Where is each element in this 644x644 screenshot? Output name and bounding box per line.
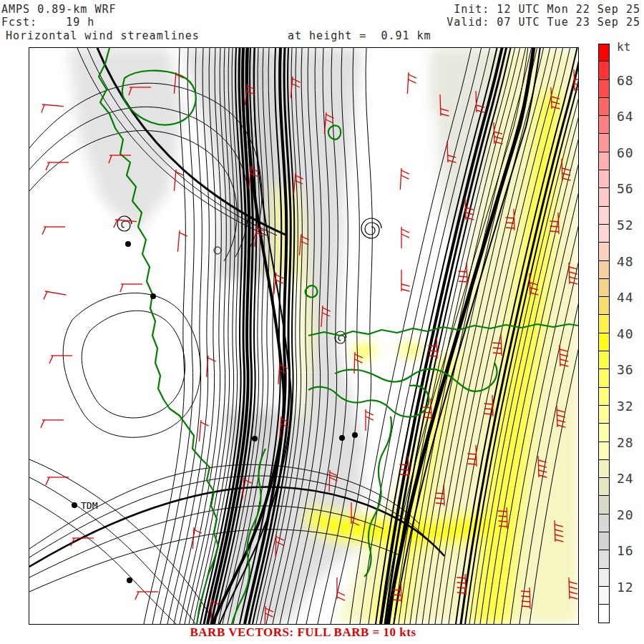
colorbar-tick-label: 44 (617, 290, 634, 305)
colorbar-tick-label: 28 (617, 435, 634, 450)
colorbar-cell (598, 532, 610, 550)
colorbar-unit-label: kt (617, 40, 630, 54)
colorbar-tick-label: 40 (617, 326, 634, 341)
colorbar-cell (598, 333, 610, 351)
colorbar-cell (598, 261, 610, 279)
colorbar-tick-label: 60 (617, 145, 634, 160)
colorbar-cell (598, 424, 610, 441)
colorbar-cell (598, 514, 610, 532)
colorbar-tick-label: 56 (617, 181, 634, 196)
colorbar-cell (598, 406, 610, 424)
colorbar-tick-label: 64 (617, 109, 634, 124)
colorbar-tick-label: 36 (617, 362, 634, 377)
colorbar-cell (598, 98, 610, 116)
valid-time: Valid: 07 UTC Tue 23 Sep 25 (447, 16, 640, 29)
colorbar-cell (598, 369, 610, 387)
forecast-hour: Fcst: 19 h (1, 16, 94, 29)
colorbar-cell (598, 388, 610, 406)
weather-chart-page: { "header": { "model": "AMPS 0.89-km WRF… (0, 0, 644, 644)
colorbar-cell (598, 478, 610, 496)
init-time: Init: 12 UTC Mon 22 Sep 25 (454, 3, 640, 16)
colorbar-tick-label: 32 (617, 399, 634, 414)
colorbar-cell (598, 225, 610, 243)
map-canvas: TDM (29, 47, 579, 625)
station-label: TDM (81, 500, 98, 511)
colorbar-tick-label: 48 (617, 254, 634, 269)
colorbar-cell (598, 279, 610, 297)
wind-speed-shading (69, 48, 578, 624)
colorbar-cell (598, 152, 610, 170)
colorbar-cell (598, 297, 610, 315)
colorbar-cell (598, 460, 610, 478)
colorbar (598, 44, 610, 623)
colorbar-cell (598, 170, 610, 188)
barb-legend-caption: BARB VECTORS: FULL BARB = 10 kts (29, 625, 577, 640)
colorbar-cell (598, 243, 610, 260)
streamline-map: TDM (29, 48, 578, 624)
colorbar-cell (598, 496, 610, 514)
colorbar-tick-label: 68 (617, 73, 634, 88)
colorbar-cell (598, 569, 610, 587)
colorbar-cell (598, 62, 610, 79)
model-title: AMPS 0.89-km WRF (1, 3, 117, 16)
colorbar-cell (598, 80, 610, 98)
colorbar-cell (598, 587, 610, 605)
colorbar-cell (598, 550, 610, 568)
colorbar-cell (598, 207, 610, 225)
colorbar-tick-label: 12 (617, 580, 634, 595)
colorbar-cell (598, 188, 610, 206)
field-title: Horizontal wind streamlines (6, 29, 200, 42)
colorbar-cell (598, 605, 610, 623)
colorbar-cell (598, 351, 610, 369)
colorbar-cell (598, 134, 610, 152)
colorbar-tick-label: 52 (617, 218, 634, 233)
height-label: at height = 0.91 km (288, 29, 431, 42)
colorbar-tick-label: 16 (617, 543, 634, 558)
colorbar-cell (598, 116, 610, 134)
colorbar-cell (598, 442, 610, 460)
colorbar-tick-label: 24 (617, 471, 634, 486)
colorbar-tick-label: 20 (617, 507, 634, 522)
colorbar-cell (598, 44, 610, 62)
colorbar-cell (598, 315, 610, 333)
